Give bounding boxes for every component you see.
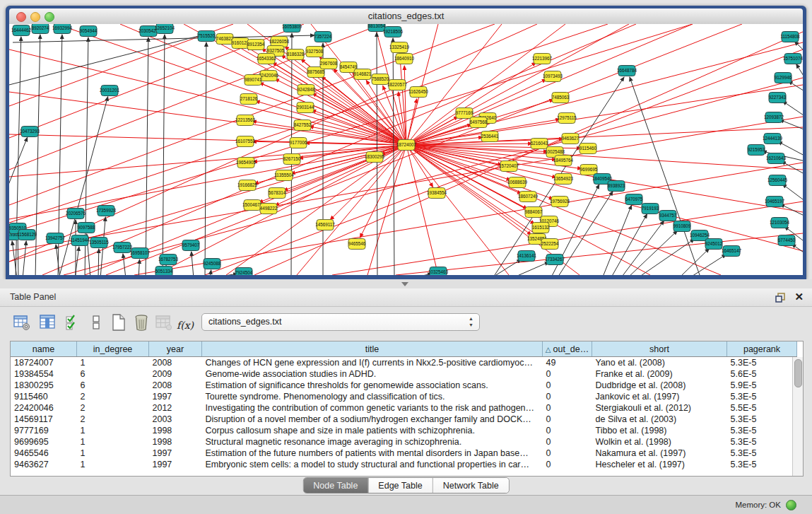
table-row[interactable]: 1456911722003Disruption of a novel membe…	[11, 414, 797, 425]
create-table-button[interactable]	[109, 313, 129, 332]
column-header-out-degree[interactable]: △out_de…	[543, 341, 592, 357]
table-cell[interactable]: 6	[77, 380, 149, 391]
table-cell[interactable]: 5.3E-5	[727, 448, 797, 459]
table-cell[interactable]: 1	[77, 357, 149, 369]
table-cell[interactable]: Franke et al. (2009)	[592, 368, 727, 380]
table-cell[interactable]: Jankovic et al. (1997)	[592, 391, 727, 402]
table-cell[interactable]: 49	[543, 357, 592, 369]
table-cell[interactable]: Investigating the contribution of common…	[202, 402, 543, 414]
memory-status-indicator[interactable]	[786, 500, 796, 510]
column-header-in-degree[interactable]: in_degree	[77, 341, 149, 357]
table-row[interactable]: 977716911998Corpus callosum shape and si…	[11, 425, 797, 436]
table-cell[interactable]: Genome-wide association studies in ADHD.	[202, 368, 543, 380]
scrollbar-thumb[interactable]	[794, 359, 802, 387]
table-cell[interactable]: 5.5E-5	[727, 402, 797, 414]
table-cell[interactable]: 1997	[149, 459, 202, 470]
table-cell[interactable]: 9463627	[11, 459, 77, 470]
table-cell[interactable]: 2009	[149, 368, 202, 380]
table-cell[interactable]: Estimation of significance thresholds fo…	[202, 380, 543, 391]
table-cell[interactable]: 1	[77, 425, 149, 436]
show-columns-button[interactable]	[38, 313, 58, 332]
column-header-year[interactable]: year	[149, 341, 202, 357]
table-cell[interactable]: 5.9E-5	[727, 380, 797, 391]
table-cell[interactable]: 1998	[149, 425, 202, 436]
divider-handle-icon[interactable]	[401, 282, 408, 286]
table-row[interactable]: 946362711997Embryonic stem cells: a mode…	[11, 459, 797, 470]
table-cell[interactable]: Structural magnetic resonance image aver…	[202, 436, 543, 448]
table-vertical-scrollbar[interactable]	[792, 357, 803, 476]
column-header-pagerank[interactable]: pagerank	[727, 341, 797, 357]
table-cell[interactable]: 2	[77, 414, 149, 425]
table-cell[interactable]: 5.3E-5	[727, 459, 797, 470]
table-cell[interactable]: 0	[543, 448, 592, 459]
table-row[interactable]: 969969511998Structural magnetic resonanc…	[11, 436, 797, 448]
table-source-dropdown[interactable]: citations_edges.txt ▲▼	[201, 313, 480, 331]
table-cell[interactable]: 0	[543, 380, 592, 391]
table-cell[interactable]: Hescheler et al. (1997)	[592, 459, 727, 470]
table-cell[interactable]: 0	[543, 414, 592, 425]
tab-edge-table[interactable]: Edge Table	[368, 478, 433, 493]
table-cell[interactable]: 0	[543, 402, 592, 414]
table-cell[interactable]: 0	[543, 459, 592, 470]
table-cell[interactable]: 5.3E-5	[727, 357, 797, 369]
column-header-title[interactable]: title	[202, 341, 543, 357]
table-cell[interactable]: Estimation of the future numbers of pati…	[202, 448, 543, 459]
table-cell[interactable]: Yano et al. (2008)	[592, 357, 727, 369]
table-row[interactable]: 2242004622012Investigating the contribut…	[11, 402, 797, 414]
table-cell[interactable]: 2012	[149, 402, 202, 414]
table-cell[interactable]: Dudbridge et al. (2008)	[592, 380, 727, 391]
table-cell[interactable]: 9777169	[11, 425, 77, 436]
table-cell[interactable]: 5.3E-5	[727, 391, 797, 402]
split-pane-divider[interactable]	[0, 279, 812, 288]
table-cell[interactable]: 5.6E-5	[727, 368, 797, 380]
table-cell[interactable]: 9699695	[11, 436, 77, 448]
float-panel-icon[interactable]	[775, 292, 787, 303]
table-cell[interactable]: 9465546	[11, 448, 77, 459]
table-cell[interactable]: 1998	[149, 436, 202, 448]
table-row[interactable]: 1872400712008Changes of HCN gene express…	[11, 357, 797, 369]
table-row[interactable]: 911546021997Tourette syndrome. Phenomeno…	[11, 391, 797, 402]
table-cell[interactable]: 0	[543, 368, 592, 380]
table-row[interactable]: 946554611997Estimation of the future num…	[11, 448, 797, 459]
table-cell[interactable]: 6	[77, 368, 149, 380]
table-row[interactable]: 1830029562008Estimation of significance …	[11, 380, 797, 391]
table-cell[interactable]: Embryonic stem cells: a model to study s…	[202, 459, 543, 470]
network-window-titlebar[interactable]: citations_edges.txt	[9, 8, 803, 25]
table-cell[interactable]: Stergiakouli et al. (2012)	[592, 402, 727, 414]
delete-table-button[interactable]	[131, 313, 151, 332]
table-cell[interactable]: 1997	[149, 391, 202, 402]
table-cell[interactable]: 14569117	[11, 414, 77, 425]
tab-node-table[interactable]: Node Table	[303, 478, 368, 493]
table-cell[interactable]: 1997	[149, 448, 202, 459]
table-cell[interactable]: 2	[77, 391, 149, 402]
table-cell[interactable]: Nakamura et al. (1997)	[592, 448, 727, 459]
table-cell[interactable]: Changes of HCN gene expression and I(f) …	[202, 357, 543, 369]
table-cell[interactable]: Wolkin et al. (1998)	[592, 436, 727, 448]
table-cell[interactable]: Tourette syndrome. Phenomenology and cla…	[202, 391, 543, 402]
table-cell[interactable]: 0	[543, 391, 592, 402]
tab-network-table[interactable]: Network Table	[433, 478, 509, 493]
column-header-short[interactable]: short	[592, 341, 727, 357]
close-panel-icon[interactable]: ✕	[794, 291, 804, 303]
column-header-name[interactable]: name	[11, 341, 77, 357]
table-cell[interactable]: 5.3E-5	[727, 436, 797, 448]
function-builder-button[interactable]: f(x)	[175, 315, 195, 335]
table-cell[interactable]: 2	[77, 402, 149, 414]
table-cell[interactable]: 18300295	[11, 380, 77, 391]
table-row[interactable]: 1938455462009Genome-wide association stu…	[11, 368, 797, 380]
table-cell[interactable]: 0	[543, 425, 592, 436]
table-cell[interactable]: 22420046	[11, 402, 77, 414]
table-settings-button[interactable]	[12, 313, 32, 332]
table-cell[interactable]: 0	[543, 436, 592, 448]
network-canvas[interactable]: 1872400774638229160123891235418226058932…	[9, 24, 803, 275]
table-cell[interactable]: 5.3E-5	[727, 414, 797, 425]
table-cell[interactable]: Tibbo et al. (1998)	[592, 425, 727, 436]
import-table-button[interactable]	[154, 313, 174, 332]
table-cell[interactable]: 2008	[149, 380, 202, 391]
table-cell[interactable]: 1	[77, 459, 149, 470]
table-cell[interactable]: 1	[77, 436, 149, 448]
table-cell[interactable]: 2003	[149, 414, 202, 425]
network-graph[interactable]: 1872400774638229160123891235418226058932…	[9, 24, 803, 275]
table-cell[interactable]: 1	[77, 448, 149, 459]
row-height-button[interactable]	[86, 313, 106, 332]
